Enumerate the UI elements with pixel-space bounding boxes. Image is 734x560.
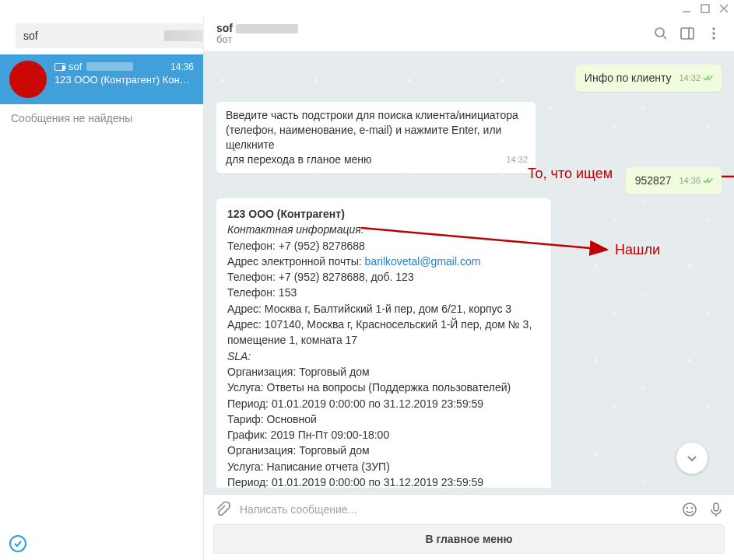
svg-point-6 [31,75,36,80]
not-found-message: Сообщения не найдены [0,104,203,132]
detail-heading: 123 ООО (Контрагент) [227,206,540,222]
attach-icon[interactable] [213,501,230,518]
message-line: Введите часть подстроки для поиска клиен… [226,108,528,123]
svg-rect-27 [714,503,718,511]
svg-point-5 [20,75,25,80]
detail-org: Организация: Торговый дом [227,364,540,380]
microphone-icon[interactable] [708,501,725,518]
chat-title-blurred [236,24,298,33]
message-time: 14:32 [679,72,701,84]
read-ticks-icon [703,74,714,82]
chat-name-blurred [86,62,133,71]
chat-time: 14:36 [170,61,194,72]
detail-email-label: Адрес электронной почты: [227,255,365,268]
detail-sla-label: SLA [227,350,248,362]
sidebar-toggle-icon[interactable] [680,26,695,41]
chat-list-item[interactable]: sof 14:36 123 ООО (Контрагент) Конт… [0,54,203,104]
svg-point-7 [26,82,30,86]
search-icon[interactable] [653,26,669,41]
scroll-to-bottom-button[interactable] [676,443,708,474]
svg-point-26 [691,507,693,509]
search-blurred-text [164,30,203,41]
message-time: 14:32 [506,154,528,166]
detail-phone: Телефон: +7 (952) 8278688 [227,238,540,254]
detail-service: Услуга: Ответы на вопросы (Поддержка пол… [227,380,540,395]
close-icon[interactable] [718,3,729,14]
detail-period: Период: 01.01.2019 0:00:00 по 31.12.2019… [227,396,540,411]
bot-indicator-icon [54,63,65,71]
maximize-icon[interactable] [700,3,711,14]
chat-preview: 123 ООО (Контрагент) Конт… [54,74,194,86]
detail-phone: Телефон: +7 (952) 8278688, доб. 123 [227,269,540,285]
annotation-search-term: То, что ищем [528,166,613,182]
message-text: 952827 [635,174,672,187]
message-incoming[interactable]: Введите часть подстроки для поиска клиен… [216,102,536,173]
svg-point-13 [655,28,664,37]
detail-org: Организация: Торговый дом [227,443,540,458]
message-input[interactable]: Написать сообщение... [240,503,672,516]
more-menu-icon[interactable] [706,26,722,41]
message-outgoing[interactable]: 952827 14:36 [626,167,722,194]
emoji-icon[interactable] [681,501,698,518]
svg-point-9 [31,84,35,88]
svg-point-4 [16,70,40,92]
verified-badge-icon [9,535,26,552]
system-titlebar [0,0,734,17]
svg-point-17 [712,27,715,30]
detail-email-link[interactable]: barilkovetal@gmail.com [365,255,481,268]
message-line: (телефон, наименование, e-mail) и нажмит… [226,123,528,152]
detail-schedule: График: 2019 Пн-Пт 09:00-18:00 [227,427,540,443]
svg-point-11 [25,70,26,72]
detail-service: Услуга: Написание отчета (ЗУП) [227,459,540,474]
svg-point-25 [687,507,688,509]
main-menu-button[interactable]: В главное меню [213,524,725,554]
search-input[interactable] [22,29,161,43]
detail-contact-label: Контактная информация [227,223,361,236]
read-ticks-icon [703,177,714,184]
svg-line-14 [663,36,666,39]
message-time: 14:36 [679,175,701,187]
message-incoming-detail[interactable]: 123 ООО (Контрагент) Контактная информац… [216,198,551,488]
avatar [9,61,47,98]
detail-period: Период: 01.01.2019 0:00:00 по 31.12.2019… [227,474,540,488]
detail-address: Адрес: 107140, Москва г, Красносельский … [227,317,540,348]
search-input-wrap[interactable]: × [16,23,222,48]
svg-rect-1 [701,5,709,12]
chat-name: sof [68,61,82,72]
message-line: для перехода в гланое меню [226,153,372,166]
svg-point-19 [712,37,715,39]
svg-point-18 [712,32,715,34]
detail-tariff: Тариф: Основной [227,411,540,427]
svg-point-12 [30,70,31,72]
chat-subtitle: бот [216,33,642,45]
chat-title: sof [216,22,233,34]
svg-point-10 [22,67,34,76]
svg-rect-15 [681,28,694,39]
minimize-icon[interactable] [681,3,692,14]
svg-point-8 [22,84,26,88]
message-outgoing[interactable]: Инфо по клиенту 14:32 [575,65,722,92]
detail-address: Адрес: Москва г, Балтийский 1-й пер, дом… [227,301,540,317]
message-text: Инфо по клиенту [585,72,672,84]
svg-point-24 [683,503,696,516]
chat-scroll-area[interactable]: Инфо по клиенту 14:32 Введите часть подс… [204,52,734,494]
chat-header: sof бот [204,17,734,52]
detail-phone: Телефон: 153 [227,285,540,300]
annotation-found: Нашли [615,242,660,258]
